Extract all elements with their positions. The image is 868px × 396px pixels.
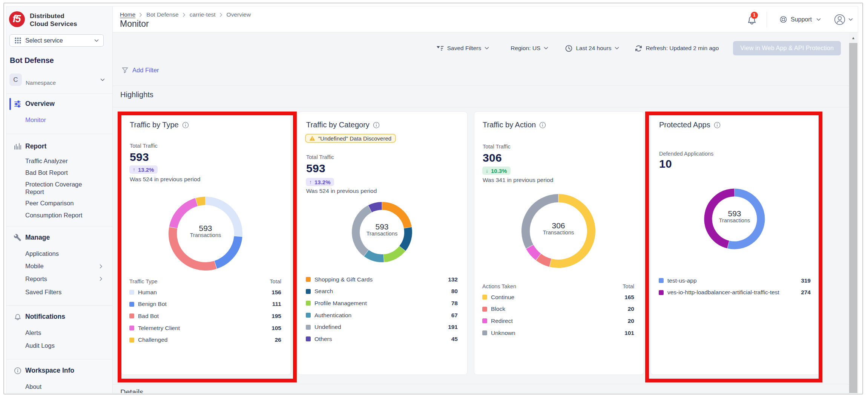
info-icon[interactable] bbox=[373, 122, 380, 128]
refresh-button[interactable]: Refresh: Updated 2 min ago bbox=[635, 45, 719, 52]
legend-label: test-us-app bbox=[667, 277, 697, 284]
sidebar-item-audit-logs[interactable]: Audit Logs bbox=[6, 341, 112, 350]
sidebar-section-manage[interactable]: Manage bbox=[6, 232, 112, 242]
add-filter-button[interactable]: Add Filter bbox=[121, 67, 159, 74]
sidebar-divider bbox=[6, 305, 112, 306]
legend-row-unknown[interactable]: Unknown101 bbox=[482, 327, 634, 339]
legend-row-telemetry-client[interactable]: Telemetry Client105 bbox=[129, 322, 281, 334]
chevron-down-icon bbox=[544, 47, 548, 50]
view-in-waap-button[interactable]: View in Web App & API Protection bbox=[733, 41, 841, 55]
legend-swatch bbox=[306, 336, 311, 341]
donut-segment-redirect[interactable]: Redirect: 20 bbox=[530, 247, 538, 257]
card-title: Protected Apps bbox=[659, 121, 710, 129]
sidebar-item-about[interactable]: About bbox=[6, 382, 112, 391]
legend-row-benign-bot[interactable]: Benign Bot111 bbox=[129, 298, 281, 310]
notification-count-badge: 1 bbox=[751, 12, 758, 19]
donut-segment-others[interactable]: Others: 45 bbox=[370, 206, 382, 209]
sidebar-section-overview[interactable]: Overview bbox=[6, 99, 112, 109]
legend-value: 20 bbox=[628, 318, 634, 324]
scrollbar[interactable]: ▲ bbox=[849, 32, 857, 393]
notifications-bell-button[interactable]: 1 bbox=[747, 14, 757, 25]
donut-segment-authentication[interactable]: Authentication: 67 bbox=[367, 253, 384, 258]
sidebar-item-traffic-analyzer[interactable]: Traffic Analyzer bbox=[6, 156, 112, 166]
sidebar-item-protection-coverage-report[interactable]: Protection Coverage Report bbox=[6, 179, 112, 197]
sidebar-item-saved-filters[interactable]: Saved Filters bbox=[6, 287, 112, 297]
legend-row-ves-io-http-loadbalancer-artificial-traffic-test[interactable]: ves-io-http-loadbalancer-artificial-traf… bbox=[659, 287, 811, 299]
sidebar-section-report[interactable]: Report bbox=[6, 141, 112, 151]
donut-segment-block[interactable]: Block: 20 bbox=[538, 257, 550, 263]
select-service-dropdown[interactable]: Select service bbox=[9, 34, 104, 47]
chevron-right-icon bbox=[100, 264, 103, 269]
time-range-dropdown[interactable]: Last 24 hours bbox=[565, 45, 619, 52]
breadcrumb-carrie-test[interactable]: carrie-test bbox=[190, 11, 216, 18]
sidebar-item-peer-comparison[interactable]: Peer Comparison bbox=[6, 198, 112, 208]
toolbar: Saved Filters Region: US Last 24 bbox=[436, 41, 841, 55]
legend-swatch bbox=[129, 313, 134, 318]
account-menu[interactable] bbox=[834, 14, 853, 25]
previous-period-note: Was 524 in previous period bbox=[130, 176, 200, 183]
sidebar-item-label: Audit Logs bbox=[25, 342, 55, 349]
sidebar-item-reports[interactable]: Reports bbox=[6, 274, 112, 284]
info-icon[interactable] bbox=[714, 122, 721, 128]
legend-value: 78 bbox=[451, 300, 458, 307]
legend-row-authentication[interactable]: Authentication67 bbox=[306, 309, 458, 321]
legend-row-human[interactable]: Human156 bbox=[129, 286, 281, 298]
sidebar-item-consumption-report[interactable]: Consumption Report bbox=[6, 210, 112, 220]
brand-title-line1: Distributed bbox=[30, 12, 77, 20]
legend-row-profile-management[interactable]: Profile Management78 bbox=[306, 297, 458, 309]
sidebar-item-bad-bot-report[interactable]: Bad Bot Report bbox=[6, 168, 112, 177]
legend-row-shopping-gift-cards[interactable]: Shopping & Gift Cards132 bbox=[306, 274, 458, 286]
divider bbox=[113, 86, 849, 86]
delta-arrow-icon: ↓ bbox=[486, 168, 488, 174]
chevron-down-icon bbox=[485, 47, 489, 50]
legend-row-bad-bot[interactable]: Bad Bot195 bbox=[129, 310, 281, 322]
legend-value: 165 bbox=[624, 294, 634, 301]
sidebar-item-applications[interactable]: Applications bbox=[6, 249, 112, 258]
scrollbar-thumb[interactable] bbox=[849, 43, 857, 393]
scrollbar-up-arrow[interactable]: ▲ bbox=[849, 32, 857, 43]
legend: Shopping & Gift Cards132Search80Profile … bbox=[306, 274, 458, 345]
sidebar-item-mobile[interactable]: Mobile bbox=[6, 261, 112, 271]
donut-segment-profile-management[interactable]: Profile Management: 78 bbox=[384, 249, 402, 258]
sidebar-item-label: Applications bbox=[25, 250, 59, 257]
legend-row-test-us-app[interactable]: test-us-app319 bbox=[659, 275, 811, 287]
breadcrumb-bot-defense[interactable]: Bot Defense bbox=[146, 11, 178, 18]
legend-label: Bad Bot bbox=[138, 313, 159, 320]
sidebar-item-alerts[interactable]: Alerts bbox=[6, 328, 112, 338]
donut-segment-benign-bot[interactable]: Benign Bot: 111 bbox=[216, 237, 238, 265]
region-dropdown[interactable]: Region: US bbox=[511, 45, 548, 52]
info-icon[interactable] bbox=[539, 122, 546, 128]
legend-row-block[interactable]: Block20 bbox=[482, 303, 634, 315]
donut-segment-challenged[interactable]: Challenged: 26 bbox=[197, 201, 205, 202]
sidebar-section-workspace-info[interactable]: Workspace Info bbox=[6, 366, 112, 376]
legend-value: 195 bbox=[271, 313, 281, 320]
support-menu[interactable]: Support bbox=[780, 16, 821, 23]
legend-row-search[interactable]: Search80 bbox=[306, 286, 458, 298]
manage-icon bbox=[14, 234, 21, 242]
legend-row-undefined[interactable]: Undefined191 bbox=[306, 321, 458, 333]
sidebar-item-monitor[interactable]: Monitor bbox=[6, 115, 112, 125]
sidebar-section-notifications[interactable]: Notifications bbox=[6, 312, 112, 321]
legend-label: ves-io-http-loadbalancer-artificial-traf… bbox=[667, 289, 779, 296]
divider bbox=[113, 384, 849, 384]
breadcrumb-home[interactable]: Home bbox=[120, 11, 135, 18]
breadcrumb-separator-icon bbox=[182, 12, 186, 17]
legend-row-redirect[interactable]: Redirect20 bbox=[482, 315, 634, 327]
saved-filters-dropdown[interactable]: Saved Filters bbox=[436, 45, 489, 52]
legend-swatch bbox=[306, 277, 311, 282]
card-title: Traffic by Category bbox=[306, 121, 370, 129]
legend-value: 45 bbox=[451, 336, 458, 342]
namespace-selector[interactable]: C Namespace bbox=[9, 73, 107, 86]
card-header: Traffic by Category bbox=[306, 121, 380, 129]
breadcrumb-overview[interactable]: Overview bbox=[227, 11, 251, 18]
legend-row-continue[interactable]: Continue165 bbox=[482, 291, 634, 303]
region-label: Region: US bbox=[511, 45, 540, 52]
info-icon[interactable] bbox=[182, 122, 189, 128]
chevron-down-icon bbox=[615, 47, 619, 50]
legend-label: Authentication bbox=[314, 312, 351, 319]
legend-row-challenged[interactable]: Challenged26 bbox=[129, 334, 281, 346]
legend-row-others[interactable]: Others45 bbox=[306, 333, 458, 345]
saved-filters-label: Saved Filters bbox=[447, 45, 481, 52]
legend-value: 101 bbox=[624, 330, 634, 336]
sidebar-item-label: Saved Filters bbox=[25, 289, 61, 296]
